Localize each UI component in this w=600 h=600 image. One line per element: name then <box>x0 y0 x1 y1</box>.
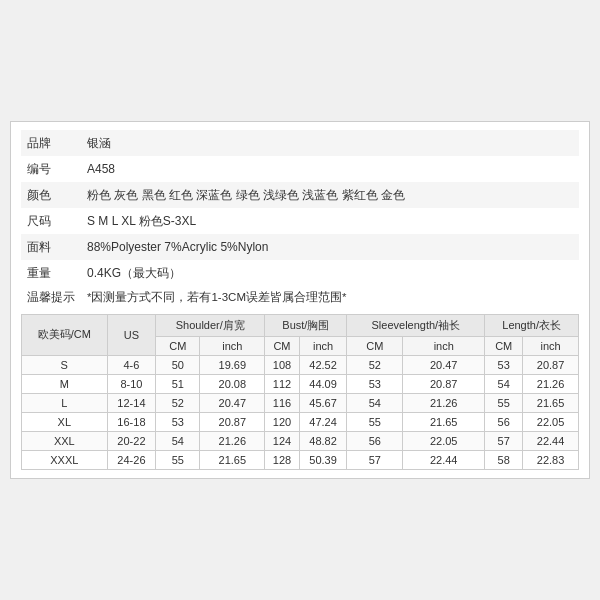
fabric-value: 88%Polyester 7%Acrylic 5%Nylon <box>81 234 579 260</box>
table-row: L12-145220.4711645.675421.265521.65 <box>22 393 579 412</box>
fabric-label: 面料 <box>21 234 81 260</box>
table-row: XXL20-225421.2612448.825622.055722.44 <box>22 431 579 450</box>
col-sub-sh-cm: CM <box>156 336 200 355</box>
table-row: XL16-185320.8712047.245521.655622.05 <box>22 412 579 431</box>
col-sub-bust-in: inch <box>299 336 347 355</box>
warning-value: *因测量方式不同，若有1-3CM误差皆属合理范围* <box>81 286 579 309</box>
color-value: 粉色 灰色 黑色 红色 深蓝色 绿色 浅绿色 浅蓝色 紫红色 金色 <box>81 182 579 208</box>
col-sub-len-in: inch <box>523 336 579 355</box>
table-row: S4-65019.6910842.525220.475320.87 <box>22 355 579 374</box>
col-header-shoulder: Shoulder/肩宽 <box>156 314 265 336</box>
product-info-table: 品牌 银涵 编号 A458 颜色 粉色 灰色 黑色 红色 深蓝色 绿色 浅绿色 … <box>21 130 579 309</box>
size-label: 尺码 <box>21 208 81 234</box>
table-row: XXXL24-265521.6512850.395722.445822.83 <box>22 450 579 469</box>
size-table: 欧美码/CM US Shoulder/肩宽 Bust/胸围 Sleeveleng… <box>21 314 579 470</box>
col-header-length: Length/衣长 <box>485 314 579 336</box>
col-sub-sl-cm: CM <box>347 336 403 355</box>
weight-label: 重量 <box>21 260 81 286</box>
color-label: 颜色 <box>21 182 81 208</box>
warning-label: 温馨提示 <box>21 286 81 309</box>
col-header-eu-cm: 欧美码/CM <box>22 314 108 355</box>
col-header-bust: Bust/胸围 <box>265 314 347 336</box>
col-header-sleeve: Sleevelength/袖长 <box>347 314 485 336</box>
brand-value: 银涵 <box>81 130 579 156</box>
col-sub-len-cm: CM <box>485 336 523 355</box>
code-label: 编号 <box>21 156 81 182</box>
weight-value: 0.4KG（最大码） <box>81 260 579 286</box>
code-value: A458 <box>81 156 579 182</box>
size-value: S M L XL 粉色S-3XL <box>81 208 579 234</box>
col-header-us: US <box>107 314 156 355</box>
table-row: M8-105120.0811244.095320.875421.26 <box>22 374 579 393</box>
col-sub-sh-in: inch <box>200 336 265 355</box>
col-sub-bust-cm: CM <box>265 336 299 355</box>
size-table-wrapper: 欧美码/CM US Shoulder/肩宽 Bust/胸围 Sleeveleng… <box>21 314 579 470</box>
size-header-row-1: 欧美码/CM US Shoulder/肩宽 Bust/胸围 Sleeveleng… <box>22 314 579 336</box>
brand-label: 品牌 <box>21 130 81 156</box>
col-sub-sl-in: inch <box>403 336 485 355</box>
product-info-card: 品牌 银涵 编号 A458 颜色 粉色 灰色 黑色 红色 深蓝色 绿色 浅绿色 … <box>10 121 590 478</box>
